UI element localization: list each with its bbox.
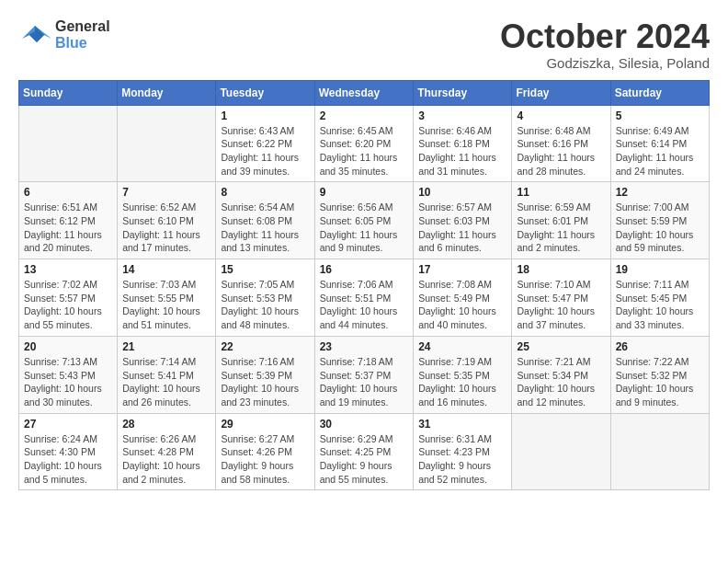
day-number: 23 xyxy=(320,340,409,353)
calendar-cell: 23 Sunrise: 7:18 AMSunset: 5:37 PMDaylig… xyxy=(314,336,414,413)
calendar-week-row: 27 Sunrise: 6:24 AMSunset: 4:30 PMDaylig… xyxy=(19,413,710,490)
calendar-cell: 24 Sunrise: 7:19 AMSunset: 5:35 PMDaylig… xyxy=(414,336,512,413)
calendar-cell: 25 Sunrise: 7:21 AMSunset: 5:34 PMDaylig… xyxy=(512,336,610,413)
day-number: 22 xyxy=(221,340,309,353)
day-detail: Sunrise: 6:48 AMSunset: 6:16 PMDaylight:… xyxy=(517,124,605,178)
day-detail: Sunrise: 6:24 AMSunset: 4:30 PMDaylight:… xyxy=(24,432,112,487)
day-detail: Sunrise: 6:27 AMSunset: 4:26 PMDaylight:… xyxy=(221,432,309,487)
col-header-monday: Monday xyxy=(118,80,216,105)
month-title: October 2024 xyxy=(500,18,710,55)
calendar-cell xyxy=(512,413,610,490)
calendar-week-row: 20 Sunrise: 7:13 AMSunset: 5:43 PMDaylig… xyxy=(19,336,710,413)
day-detail: Sunrise: 6:56 AMSunset: 6:05 PMDaylight:… xyxy=(320,201,409,255)
day-number: 29 xyxy=(221,418,309,431)
day-detail: Sunrise: 6:45 AMSunset: 6:20 PMDaylight:… xyxy=(320,124,409,178)
calendar-cell: 29 Sunrise: 6:27 AMSunset: 4:26 PMDaylig… xyxy=(216,413,314,490)
day-detail: Sunrise: 7:13 AMSunset: 5:43 PMDaylight:… xyxy=(24,355,112,409)
calendar-cell xyxy=(610,413,709,490)
col-header-thursday: Thursday xyxy=(414,80,512,105)
day-detail: Sunrise: 7:11 AMSunset: 5:45 PMDaylight:… xyxy=(616,278,704,332)
day-detail: Sunrise: 7:21 AMSunset: 5:34 PMDaylight:… xyxy=(517,355,605,409)
day-detail: Sunrise: 6:26 AMSunset: 4:28 PMDaylight:… xyxy=(122,432,210,487)
col-header-wednesday: Wednesday xyxy=(314,80,414,105)
calendar-table: SundayMondayTuesdayWednesdayThursdayFrid… xyxy=(18,80,710,491)
day-number: 11 xyxy=(517,186,605,199)
day-number: 9 xyxy=(320,186,409,199)
col-header-friday: Friday xyxy=(512,80,610,105)
logo: General Blue xyxy=(18,18,110,52)
day-number: 16 xyxy=(320,263,409,276)
day-number: 2 xyxy=(320,109,409,122)
day-detail: Sunrise: 6:31 AMSunset: 4:23 PMDaylight:… xyxy=(418,432,506,487)
col-header-tuesday: Tuesday xyxy=(216,80,314,105)
day-number: 17 xyxy=(418,263,506,276)
day-number: 7 xyxy=(122,186,210,199)
day-detail: Sunrise: 7:14 AMSunset: 5:41 PMDaylight:… xyxy=(122,355,210,409)
day-number: 28 xyxy=(122,418,210,431)
location: Godziszka, Silesia, Poland xyxy=(500,55,710,71)
day-detail: Sunrise: 6:54 AMSunset: 6:08 PMDaylight:… xyxy=(221,201,309,255)
calendar-cell: 3 Sunrise: 6:46 AMSunset: 6:18 PMDayligh… xyxy=(414,105,512,182)
calendar-cell xyxy=(19,105,118,182)
day-detail: Sunrise: 7:08 AMSunset: 5:49 PMDaylight:… xyxy=(418,278,506,332)
calendar-cell: 20 Sunrise: 7:13 AMSunset: 5:43 PMDaylig… xyxy=(19,336,118,413)
day-number: 8 xyxy=(221,186,309,199)
day-detail: Sunrise: 7:18 AMSunset: 5:37 PMDaylight:… xyxy=(320,355,409,409)
calendar-cell: 18 Sunrise: 7:10 AMSunset: 5:47 PMDaylig… xyxy=(512,259,610,337)
day-detail: Sunrise: 6:49 AMSunset: 6:14 PMDaylight:… xyxy=(616,124,704,178)
day-detail: Sunrise: 6:52 AMSunset: 6:10 PMDaylight:… xyxy=(122,201,210,255)
day-detail: Sunrise: 7:02 AMSunset: 5:57 PMDaylight:… xyxy=(24,278,112,332)
day-number: 15 xyxy=(221,263,309,276)
calendar-cell: 10 Sunrise: 6:57 AMSunset: 6:03 PMDaylig… xyxy=(414,182,512,259)
day-number: 6 xyxy=(24,186,112,199)
day-number: 10 xyxy=(418,186,506,199)
day-number: 24 xyxy=(418,340,506,353)
day-detail: Sunrise: 7:00 AMSunset: 5:59 PMDaylight:… xyxy=(616,201,704,255)
day-detail: Sunrise: 7:22 AMSunset: 5:32 PMDaylight:… xyxy=(616,355,704,409)
calendar-cell: 28 Sunrise: 6:26 AMSunset: 4:28 PMDaylig… xyxy=(118,413,216,490)
calendar-cell: 22 Sunrise: 7:16 AMSunset: 5:39 PMDaylig… xyxy=(216,336,314,413)
day-number: 5 xyxy=(616,109,704,122)
day-number: 18 xyxy=(517,263,605,276)
day-number: 13 xyxy=(24,263,112,276)
day-number: 26 xyxy=(616,340,704,353)
day-detail: Sunrise: 7:16 AMSunset: 5:39 PMDaylight:… xyxy=(221,355,309,409)
calendar-cell: 19 Sunrise: 7:11 AMSunset: 5:45 PMDaylig… xyxy=(610,259,709,337)
calendar-cell: 21 Sunrise: 7:14 AMSunset: 5:41 PMDaylig… xyxy=(118,336,216,413)
day-number: 3 xyxy=(418,109,506,122)
day-detail: Sunrise: 6:51 AMSunset: 6:12 PMDaylight:… xyxy=(24,201,112,255)
calendar-cell: 31 Sunrise: 6:31 AMSunset: 4:23 PMDaylig… xyxy=(414,413,512,490)
day-detail: Sunrise: 7:06 AMSunset: 5:51 PMDaylight:… xyxy=(320,278,409,332)
calendar-cell: 7 Sunrise: 6:52 AMSunset: 6:10 PMDayligh… xyxy=(118,182,216,259)
day-detail: Sunrise: 7:03 AMSunset: 5:55 PMDaylight:… xyxy=(122,278,210,332)
calendar-header-row: SundayMondayTuesdayWednesdayThursdayFrid… xyxy=(19,80,710,105)
day-detail: Sunrise: 7:05 AMSunset: 5:53 PMDaylight:… xyxy=(221,278,309,332)
day-detail: Sunrise: 6:43 AMSunset: 6:22 PMDaylight:… xyxy=(221,124,309,178)
calendar-cell: 2 Sunrise: 6:45 AMSunset: 6:20 PMDayligh… xyxy=(314,105,414,182)
calendar-cell: 14 Sunrise: 7:03 AMSunset: 5:55 PMDaylig… xyxy=(118,259,216,337)
day-number: 25 xyxy=(517,340,605,353)
calendar-cell: 9 Sunrise: 6:56 AMSunset: 6:05 PMDayligh… xyxy=(314,182,414,259)
calendar-cell: 15 Sunrise: 7:05 AMSunset: 5:53 PMDaylig… xyxy=(216,259,314,337)
calendar-cell: 17 Sunrise: 7:08 AMSunset: 5:49 PMDaylig… xyxy=(414,259,512,337)
day-number: 14 xyxy=(122,263,210,276)
col-header-saturday: Saturday xyxy=(610,80,709,105)
calendar-cell: 8 Sunrise: 6:54 AMSunset: 6:08 PMDayligh… xyxy=(216,182,314,259)
day-number: 1 xyxy=(221,109,309,122)
calendar-week-row: 13 Sunrise: 7:02 AMSunset: 5:57 PMDaylig… xyxy=(19,259,710,337)
day-detail: Sunrise: 7:10 AMSunset: 5:47 PMDaylight:… xyxy=(517,278,605,332)
day-detail: Sunrise: 6:46 AMSunset: 6:18 PMDaylight:… xyxy=(418,124,506,178)
calendar-cell: 16 Sunrise: 7:06 AMSunset: 5:51 PMDaylig… xyxy=(314,259,414,337)
day-detail: Sunrise: 7:19 AMSunset: 5:35 PMDaylight:… xyxy=(418,355,506,409)
day-detail: Sunrise: 6:59 AMSunset: 6:01 PMDaylight:… xyxy=(517,201,605,255)
col-header-sunday: Sunday xyxy=(19,80,118,105)
calendar-cell: 6 Sunrise: 6:51 AMSunset: 6:12 PMDayligh… xyxy=(19,182,118,259)
calendar-cell: 5 Sunrise: 6:49 AMSunset: 6:14 PMDayligh… xyxy=(610,105,709,182)
day-number: 12 xyxy=(616,186,704,199)
calendar-cell: 27 Sunrise: 6:24 AMSunset: 4:30 PMDaylig… xyxy=(19,413,118,490)
calendar-cell: 4 Sunrise: 6:48 AMSunset: 6:16 PMDayligh… xyxy=(512,105,610,182)
day-number: 20 xyxy=(24,340,112,353)
calendar-cell: 1 Sunrise: 6:43 AMSunset: 6:22 PMDayligh… xyxy=(216,105,314,182)
calendar-cell xyxy=(118,105,216,182)
calendar-cell: 26 Sunrise: 7:22 AMSunset: 5:32 PMDaylig… xyxy=(610,336,709,413)
